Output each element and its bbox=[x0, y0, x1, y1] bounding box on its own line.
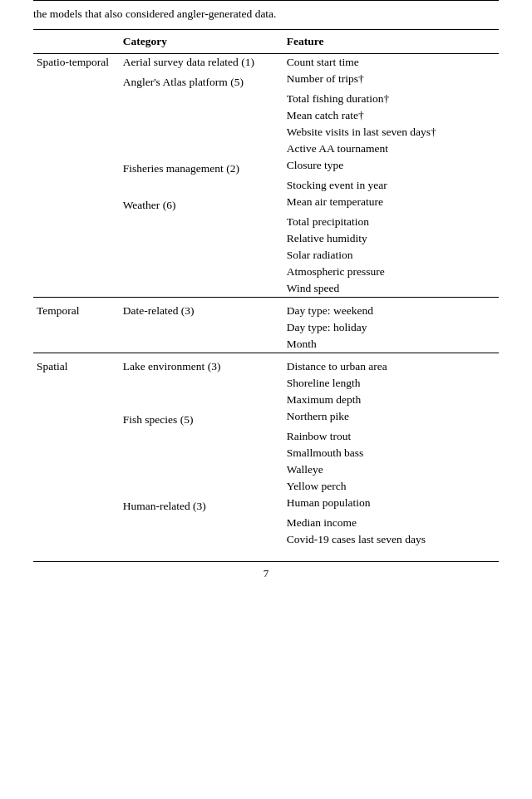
table-row: Website visits in last seven days† bbox=[33, 124, 499, 141]
table-row: Walleye bbox=[33, 461, 499, 478]
section-label bbox=[33, 531, 120, 548]
feature-label: Yellow perch bbox=[283, 478, 499, 495]
category-label bbox=[120, 445, 283, 461]
table-row: Total precipitation bbox=[33, 214, 499, 230]
feature-label: Atmospheric pressure bbox=[283, 264, 499, 280]
category-label: Date-related (3) bbox=[120, 298, 283, 320]
feature-label: Shoreline length bbox=[283, 375, 499, 392]
table-row: TemporalDate-related (3)Day type: weeken… bbox=[33, 298, 499, 320]
category-label bbox=[120, 461, 283, 478]
feature-label: Mean catch rate† bbox=[283, 107, 499, 124]
category-label: Aerial survey data related (1) bbox=[120, 54, 283, 72]
section-label bbox=[33, 264, 120, 280]
feature-label: Solar radiation bbox=[283, 247, 499, 264]
feature-label: Active AA tournament bbox=[283, 141, 499, 157]
table-header-row: Category Feature bbox=[33, 30, 499, 54]
feature-label: Day type: holiday bbox=[283, 319, 499, 336]
table-row: Active AA tournament bbox=[33, 141, 499, 157]
category-label: Fish species (5) bbox=[120, 408, 283, 428]
category-label bbox=[120, 124, 283, 141]
category-label bbox=[120, 428, 283, 445]
category-label: Fisheries management (2) bbox=[120, 157, 283, 177]
category-label bbox=[120, 531, 283, 548]
category-label: Angler's Atlas platform (5) bbox=[120, 71, 283, 91]
section-label bbox=[33, 445, 120, 461]
table-row: Shoreline length bbox=[33, 375, 499, 392]
table-row: Yellow perch bbox=[33, 478, 499, 495]
category-label: Lake environment (3) bbox=[120, 353, 283, 376]
section-label: Temporal bbox=[33, 298, 120, 320]
feature-label: Covid-19 cases last seven days bbox=[283, 531, 499, 548]
section-label bbox=[33, 157, 120, 177]
category-label bbox=[120, 247, 283, 264]
section-label: Spatial bbox=[33, 353, 120, 376]
feature-label: Website visits in last seven days† bbox=[283, 124, 499, 141]
table-row: Smallmouth bass bbox=[33, 445, 499, 461]
section-label bbox=[33, 177, 120, 194]
category-label bbox=[120, 230, 283, 247]
table-row: Median income bbox=[33, 515, 499, 531]
section-label bbox=[33, 230, 120, 247]
category-label bbox=[120, 280, 283, 298]
feature-label: Total precipitation bbox=[283, 214, 499, 230]
section-label bbox=[33, 392, 120, 408]
section-label bbox=[33, 280, 120, 298]
feature-label: Smallmouth bass bbox=[283, 445, 499, 461]
section-label bbox=[33, 247, 120, 264]
category-label bbox=[120, 91, 283, 107]
category-label bbox=[120, 515, 283, 531]
feature-label: Maximum depth bbox=[283, 392, 499, 408]
table-row: Human-related (3)Human population bbox=[33, 495, 499, 515]
category-label: Human-related (3) bbox=[120, 495, 283, 515]
feature-label: Day type: weekend bbox=[283, 298, 499, 320]
section-label bbox=[33, 124, 120, 141]
table-row: Fisheries management (2)Closure type bbox=[33, 157, 499, 177]
feature-label: Mean air temperature bbox=[283, 194, 499, 214]
section-label bbox=[33, 461, 120, 478]
page-number: 7 bbox=[33, 561, 499, 580]
section-label bbox=[33, 91, 120, 107]
section-label bbox=[33, 375, 120, 392]
table-row: Mean catch rate† bbox=[33, 107, 499, 124]
table-row: Atmospheric pressure bbox=[33, 264, 499, 280]
category-label bbox=[120, 319, 283, 336]
section-label bbox=[33, 319, 120, 336]
feature-label: Relative humidity bbox=[283, 230, 499, 247]
category-label bbox=[120, 375, 283, 392]
table-row: Relative humidity bbox=[33, 230, 499, 247]
table-row: Spatio-temporalAerial survey data relate… bbox=[33, 54, 499, 72]
table-row: Rainbow trout bbox=[33, 428, 499, 445]
table-row: SpatialLake environment (3)Distance to u… bbox=[33, 353, 499, 376]
intro-text: the models that also considered angler-g… bbox=[33, 0, 499, 21]
table-row: Angler's Atlas platform (5)Number of tri… bbox=[33, 71, 499, 91]
feature-label: Human population bbox=[283, 495, 499, 515]
category-label bbox=[120, 264, 283, 280]
table-row: Day type: holiday bbox=[33, 319, 499, 336]
section-label bbox=[33, 214, 120, 230]
feature-label: Rainbow trout bbox=[283, 428, 499, 445]
feature-label: Walleye bbox=[283, 461, 499, 478]
section-label bbox=[33, 107, 120, 124]
category-label bbox=[120, 478, 283, 495]
category-label bbox=[120, 336, 283, 353]
category-label bbox=[120, 392, 283, 408]
page-container: the models that also considered angler-g… bbox=[0, 0, 532, 605]
table-row: Maximum depth bbox=[33, 392, 499, 408]
category-label bbox=[120, 177, 283, 194]
features-table: Category Feature Spatio-temporalAerial s… bbox=[33, 29, 499, 548]
category-label bbox=[120, 107, 283, 124]
section-label bbox=[33, 71, 120, 91]
category-label bbox=[120, 141, 283, 157]
section-label bbox=[33, 141, 120, 157]
table-row: Solar radiation bbox=[33, 247, 499, 264]
section-label bbox=[33, 336, 120, 353]
section-label bbox=[33, 428, 120, 445]
feature-label: Stocking event in year bbox=[283, 177, 499, 194]
table-row: Wind speed bbox=[33, 280, 499, 298]
section-label bbox=[33, 478, 120, 495]
col-header-feature: Feature bbox=[283, 30, 499, 54]
section-label bbox=[33, 194, 120, 214]
feature-label: Count start time bbox=[283, 54, 499, 72]
feature-label: Month bbox=[283, 336, 499, 353]
feature-label: Northern pike bbox=[283, 408, 499, 428]
